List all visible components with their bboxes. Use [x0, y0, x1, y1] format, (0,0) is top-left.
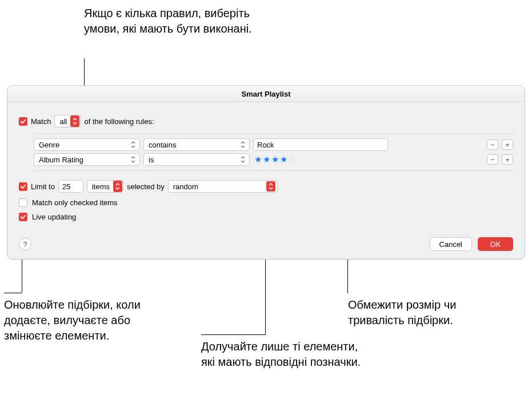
cancel-button[interactable]: Cancel: [430, 237, 472, 251]
updown-icon: [238, 139, 247, 150]
limit-count-input[interactable]: [58, 180, 83, 193]
live-updating-label: Live updating: [32, 213, 76, 221]
limit-row: Limit to items selected by random: [19, 180, 513, 193]
annotation-bottom-mid: Долучайте лише ті елементи, які мають ві…: [201, 339, 361, 370]
match-mode-popup[interactable]: all: [54, 115, 81, 127]
callout-line: [201, 334, 265, 335]
star-icon: ★: [254, 154, 262, 165]
match-label-pre: Match: [31, 117, 51, 126]
live-updating-row: Live updating: [19, 213, 513, 221]
rule-row: Album Rating is ★ ★ ★ ★ ☆: [34, 152, 513, 167]
rule-field-popup[interactable]: Album Rating: [34, 153, 140, 166]
help-button[interactable]: ?: [19, 238, 31, 250]
limit-method-popup[interactable]: random: [168, 180, 278, 193]
rule-op-popup[interactable]: is: [143, 153, 250, 166]
match-checkbox[interactable]: [19, 117, 27, 126]
add-rule-button[interactable]: +: [502, 139, 513, 150]
star-icon: ★: [280, 154, 287, 165]
limit-method-value: random: [173, 182, 198, 191]
dialog-title: Smart Playlist: [7, 86, 525, 102]
callout-line: [4, 293, 22, 293]
limit-unit-value: items: [92, 182, 113, 191]
annotation-top: Якщо є кілька правил, виберіть умови, як…: [84, 6, 261, 37]
dialog-body: Match all of the following rules: Genre: [7, 102, 525, 259]
rule-field-popup[interactable]: Genre: [34, 138, 140, 151]
rule-value-input[interactable]: [253, 138, 388, 151]
limit-checkbox[interactable]: [19, 182, 27, 191]
limit-unit-popup[interactable]: items: [87, 180, 123, 193]
star-icon: ★: [271, 154, 279, 165]
rule-field-value: Genre: [39, 141, 59, 149]
add-rule-button[interactable]: +: [502, 154, 513, 165]
star-icon: ★: [263, 154, 270, 165]
match-checked-checkbox[interactable]: [19, 198, 27, 207]
rule-row: Genre contains − +: [34, 137, 513, 152]
updown-icon: [129, 154, 138, 165]
match-row: Match all of the following rules:: [19, 115, 513, 127]
rule-stars[interactable]: ★ ★ ★ ★ ☆: [253, 153, 296, 166]
limit-label: Limit to: [31, 182, 55, 191]
updown-icon: [129, 139, 138, 150]
match-checked-label: Match only checked items: [32, 198, 118, 207]
ok-button[interactable]: OK: [478, 237, 513, 251]
annotation-bottom-right: Обмежити розмір чи тривалість підбірки.: [348, 297, 497, 328]
updown-icon: [113, 181, 122, 192]
remove-rule-button[interactable]: −: [487, 139, 498, 150]
rule-op-value: contains: [149, 141, 176, 149]
rule-op-popup[interactable]: contains: [143, 138, 250, 151]
updown-icon: [70, 115, 79, 127]
rule-op-value: is: [149, 155, 154, 164]
match-label-post: of the following rules:: [84, 117, 154, 126]
updown-icon: [266, 181, 275, 191]
rules-block: Genre contains − +: [34, 133, 513, 171]
remove-rule-button[interactable]: −: [487, 154, 498, 165]
rule-field-value: Album Rating: [39, 155, 83, 164]
dialog-footer: ? Cancel OK: [19, 237, 513, 251]
selected-by-label: selected by: [127, 182, 165, 191]
smart-playlist-dialog: Smart Playlist Match all of the followin…: [7, 85, 525, 260]
star-icon: ☆: [289, 154, 296, 165]
updown-icon: [238, 154, 247, 165]
annotation-bottom-left: Оновлюйте підбірки, коли додаєте, вилуча…: [4, 297, 175, 344]
live-updating-checkbox[interactable]: [19, 213, 27, 221]
match-mode-value: all: [59, 117, 70, 126]
match-checked-row: Match only checked items: [19, 198, 513, 207]
